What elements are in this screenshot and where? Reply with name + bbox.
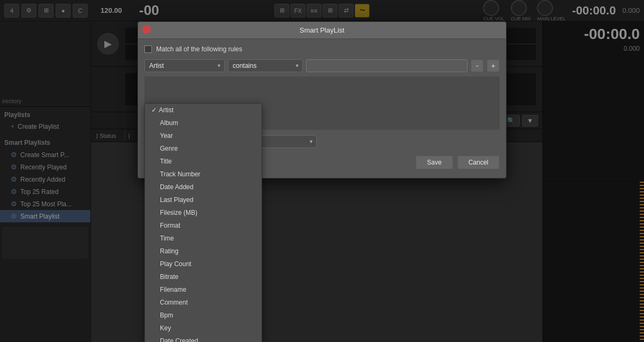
dropdown-item-track-number[interactable]: Track Number: [145, 168, 262, 181]
remove-rule-button[interactable]: -: [471, 59, 484, 72]
dropdown-item-year[interactable]: Year: [145, 129, 262, 142]
modal-close-button[interactable]: [142, 25, 151, 34]
dropdown-item-rating[interactable]: Rating: [145, 245, 262, 258]
add-rule-button[interactable]: +: [487, 59, 500, 72]
match-checkbox[interactable]: [144, 45, 152, 53]
dropdown-item-date-added[interactable]: Date Added: [145, 181, 262, 193]
modal-overlay: Smart PlayList Match all of the followin…: [0, 0, 644, 342]
save-button[interactable]: Save: [416, 156, 453, 169]
dropdown-item-format[interactable]: Format: [145, 219, 262, 232]
match-label: Match all of the following rules: [156, 45, 242, 53]
dropdown-item-album[interactable]: Album: [145, 116, 262, 129]
rule-row: Artist contains - +: [144, 59, 500, 72]
dropdown-item-artist[interactable]: Artist: [145, 104, 262, 116]
dropdown-item-bpm[interactable]: Bpm: [145, 309, 262, 322]
dropdown-item-key[interactable]: Key: [145, 322, 262, 335]
rule-value-input[interactable]: [306, 59, 467, 72]
dropdown-item-filesize-mb[interactable]: Filesize (MB): [145, 206, 262, 219]
dropdown-item-title[interactable]: Title: [145, 155, 262, 168]
rule-field-dropdown[interactable]: ArtistAlbumYearGenreTitleTrack NumberDat…: [144, 103, 262, 342]
dropdown-item-date-created[interactable]: Date Created: [145, 335, 262, 342]
rule-field-select[interactable]: Artist: [144, 59, 225, 72]
dropdown-item-last-played[interactable]: Last Played: [145, 193, 262, 206]
rule-field-wrapper: Artist: [144, 59, 225, 72]
dropdown-item-filename[interactable]: Filename: [145, 283, 262, 296]
dropdown-item-comment[interactable]: Comment: [145, 296, 262, 309]
dropdown-item-genre[interactable]: Genre: [145, 142, 262, 155]
modal-body: Match all of the following rules Artist …: [138, 39, 506, 178]
rule-condition-wrapper: contains: [228, 59, 303, 72]
dropdown-item-time[interactable]: Time: [145, 232, 262, 245]
smart-playlist-modal: Smart PlayList Match all of the followin…: [137, 21, 507, 178]
rule-condition-select[interactable]: contains: [228, 59, 303, 72]
modal-title: Smart PlayList: [138, 22, 506, 39]
dropdown-item-bitrate[interactable]: Bitrate: [145, 270, 262, 283]
cancel-button[interactable]: Cancel: [457, 156, 500, 169]
match-row: Match all of the following rules: [144, 45, 500, 53]
dropdown-item-play-count[interactable]: Play Count: [145, 258, 262, 270]
